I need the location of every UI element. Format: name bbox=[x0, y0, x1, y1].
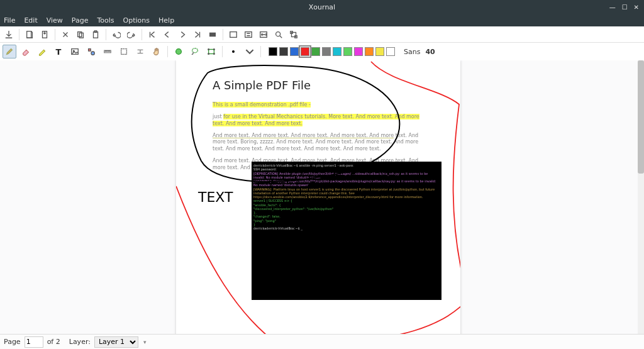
select-rectangle-tool[interactable] bbox=[204, 45, 218, 58]
zoom-out-button[interactable] bbox=[206, 28, 219, 41]
thickness-fine[interactable] bbox=[226, 45, 240, 58]
last-page-button[interactable] bbox=[191, 28, 204, 41]
color-swatches bbox=[269, 47, 395, 56]
menu-options[interactable]: Options bbox=[123, 16, 150, 25]
image-tool[interactable] bbox=[68, 45, 82, 58]
undo-button[interactable] bbox=[110, 28, 123, 41]
svg-point-24 bbox=[214, 49, 215, 50]
hand-tool[interactable] bbox=[150, 45, 164, 58]
pdf-p2a: just bbox=[213, 114, 223, 119]
svg-point-25 bbox=[208, 53, 209, 55]
svg-point-21 bbox=[192, 48, 198, 53]
menu-tools[interactable]: Tools bbox=[97, 16, 114, 25]
document-page[interactable]: A Simple PDF File This is a small demons… bbox=[176, 60, 460, 334]
svg-point-26 bbox=[214, 53, 215, 55]
select-region-tool[interactable] bbox=[117, 45, 131, 58]
svg-point-10 bbox=[276, 31, 280, 36]
svg-point-17 bbox=[91, 52, 94, 55]
first-page-button[interactable] bbox=[146, 28, 158, 41]
font-family-label[interactable]: Sans bbox=[404, 48, 420, 56]
paste-button[interactable] bbox=[89, 28, 102, 41]
close-button[interactable]: ✕ bbox=[634, 4, 639, 11]
thickness-dropdown[interactable] bbox=[243, 45, 257, 58]
color-black[interactable] bbox=[269, 47, 277, 56]
page-number-input[interactable] bbox=[25, 336, 43, 348]
scrollbar-thumb[interactable] bbox=[638, 60, 644, 174]
pencil-tool[interactable] bbox=[3, 45, 16, 58]
menu-bar: File Edit View Page Tools Options Help bbox=[0, 14, 644, 26]
cut-button[interactable] bbox=[59, 28, 72, 41]
default-tool[interactable] bbox=[172, 45, 186, 58]
highlighter-tool[interactable] bbox=[35, 45, 49, 58]
color-green[interactable] bbox=[311, 47, 320, 56]
fit-page-button[interactable] bbox=[242, 28, 255, 41]
shape-recognizer-tool[interactable] bbox=[84, 45, 98, 58]
redo-button[interactable] bbox=[125, 28, 138, 41]
zoom-in-button[interactable] bbox=[287, 28, 300, 41]
color-red-active[interactable] bbox=[301, 47, 309, 56]
menu-edit[interactable]: Edit bbox=[24, 16, 37, 25]
page-label: Page bbox=[4, 338, 21, 346]
layer-selector[interactable]: Layer 1 bbox=[94, 336, 138, 348]
page-total: of 2 bbox=[47, 338, 60, 346]
term-line: [WARNING]: Skipping plugin /usr/lib/?**/… bbox=[253, 179, 440, 187]
status-bar: Page of 2 Layer: Layer 1 ▾ bbox=[0, 334, 644, 349]
color-white[interactable] bbox=[386, 47, 395, 56]
open-button[interactable] bbox=[38, 28, 51, 41]
color-lime[interactable] bbox=[343, 47, 352, 56]
fullscreen-button[interactable] bbox=[227, 28, 240, 41]
color-magenta[interactable] bbox=[354, 47, 363, 56]
svg-rect-8 bbox=[245, 31, 252, 37]
text-annotation[interactable]: TEXT bbox=[198, 189, 233, 205]
svg-rect-19 bbox=[121, 49, 127, 55]
save-button[interactable] bbox=[3, 28, 15, 41]
minimize-button[interactable]: — bbox=[609, 4, 616, 11]
color-orange[interactable] bbox=[365, 47, 374, 56]
prev-page-button[interactable] bbox=[161, 28, 174, 41]
vertical-space-tool[interactable] bbox=[133, 45, 147, 58]
lasso-tool[interactable] bbox=[188, 45, 202, 58]
svg-rect-0 bbox=[27, 31, 31, 38]
text-tool[interactable]: T bbox=[52, 45, 65, 58]
svg-rect-6 bbox=[210, 33, 216, 36]
pdf-p1: This is a small demonstration .pdf file … bbox=[213, 102, 311, 108]
ruler-tool[interactable] bbox=[101, 45, 114, 58]
canvas-area[interactable]: A Simple PDF File This is a small demons… bbox=[0, 60, 644, 334]
layer-label: Layer: bbox=[69, 338, 91, 346]
menu-page[interactable]: Page bbox=[72, 16, 89, 25]
window-title: Xournal bbox=[309, 3, 335, 11]
svg-rect-22 bbox=[209, 50, 214, 54]
font-size-label[interactable]: 40 bbox=[425, 48, 435, 56]
svg-rect-16 bbox=[89, 49, 91, 52]
vertical-scrollbar[interactable] bbox=[638, 60, 644, 334]
menu-help[interactable]: Help bbox=[158, 16, 174, 25]
term-line: [WARNING]: Platform linux on host server… bbox=[253, 187, 440, 199]
zoom-button[interactable] bbox=[272, 28, 285, 41]
separator bbox=[260, 46, 261, 57]
layer-dropdown-icon[interactable]: ▾ bbox=[143, 339, 147, 345]
color-blue[interactable] bbox=[290, 47, 299, 56]
tool-toolbar: T Sans 40 bbox=[0, 43, 644, 60]
color-yellow[interactable] bbox=[375, 47, 384, 56]
svg-point-23 bbox=[208, 49, 209, 50]
menu-file[interactable]: File bbox=[4, 16, 15, 25]
embedded-terminal-image: derrickderrick-VirtualBox:~$ ansible -m … bbox=[252, 162, 441, 300]
next-page-button[interactable] bbox=[176, 28, 189, 41]
menu-view[interactable]: View bbox=[47, 16, 63, 25]
fit-width-button[interactable] bbox=[257, 28, 270, 41]
color-gray[interactable] bbox=[322, 47, 331, 56]
pdf-p3a: And more text. And more text. And more t… bbox=[213, 133, 394, 138]
main-toolbar bbox=[0, 26, 644, 43]
new-button[interactable] bbox=[23, 28, 36, 41]
separator bbox=[167, 46, 168, 57]
copy-button[interactable] bbox=[74, 28, 87, 41]
term-line: [DEPRECATION] Ansible plugin /usr/lib/py… bbox=[253, 172, 440, 180]
separator bbox=[19, 29, 19, 40]
separator bbox=[55, 29, 55, 40]
eraser-tool[interactable] bbox=[19, 45, 33, 58]
color-cyan[interactable] bbox=[333, 47, 341, 56]
pdf-title: A Simple PDF File bbox=[213, 78, 426, 93]
separator bbox=[106, 29, 106, 40]
maximize-button[interactable]: ☐ bbox=[622, 4, 628, 11]
color-darkgray[interactable] bbox=[279, 47, 288, 56]
